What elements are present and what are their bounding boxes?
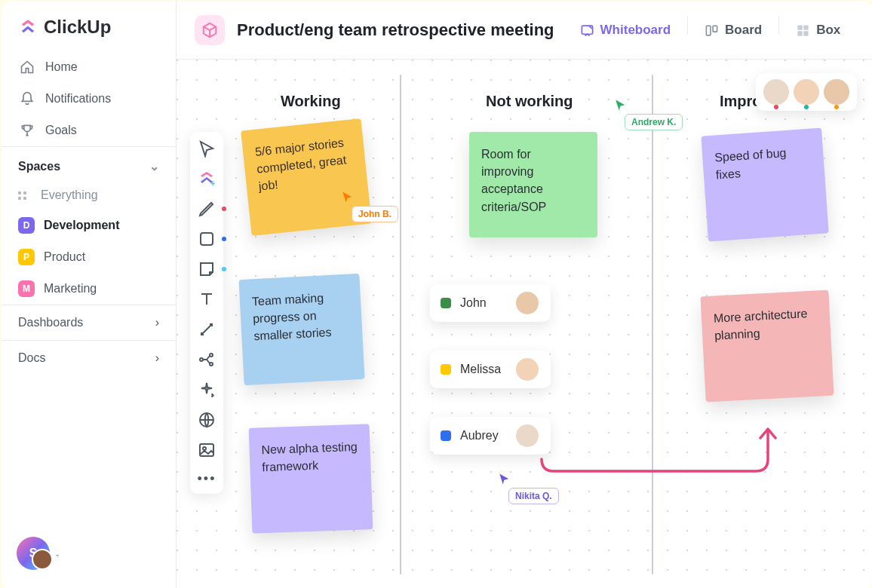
chip-color — [441, 298, 451, 308]
sticky-text: More architecture planning — [714, 307, 808, 342]
svg-point-14 — [203, 447, 206, 450]
chip-color — [441, 430, 451, 441]
svg-point-9 — [200, 358, 203, 361]
svg-rect-2 — [713, 26, 717, 32]
tab-whiteboard-label: Whiteboard — [600, 23, 671, 38]
nav-dashboards[interactable]: Dashboards › — [2, 305, 176, 340]
chevron-down-icon: ⌄ — [149, 159, 159, 173]
home-icon — [20, 60, 35, 75]
divider — [778, 17, 779, 35]
space-label: Development — [44, 219, 119, 232]
cursor-icon — [614, 99, 628, 112]
connector-arrow[interactable] — [537, 421, 778, 489]
tool-ai[interactable] — [198, 381, 216, 399]
svg-rect-6 — [803, 31, 808, 35]
tool-mindmap[interactable] — [198, 351, 216, 369]
tool-more[interactable]: ••• — [198, 471, 216, 486]
sticky-note[interactable]: Speed of bug fixes — [701, 128, 828, 242]
svg-rect-1 — [706, 26, 711, 35]
box-icon — [796, 23, 810, 38]
tool-connector[interactable] — [198, 320, 216, 338]
nav-goals[interactable]: Goals — [2, 115, 176, 146]
sticky-text: Team making progress on smaller stories — [252, 291, 332, 342]
nav-docs-label: Docs — [18, 351, 45, 365]
presence-avatar[interactable] — [824, 79, 849, 105]
tool-text[interactable] — [198, 290, 216, 308]
person-chip[interactable]: Aubrey — [430, 417, 551, 455]
sticky-text: Speed of bug fixes — [714, 146, 787, 182]
presence-bar[interactable] — [756, 73, 857, 111]
presence-avatar[interactable] — [763, 79, 789, 105]
svg-text:+: + — [210, 179, 215, 188]
clickup-logo-icon — [18, 17, 38, 37]
tab-whiteboard[interactable]: Whiteboard — [571, 17, 680, 44]
avatar-icon — [516, 424, 539, 447]
tab-board-label: Board — [725, 23, 762, 38]
tab-board[interactable]: Board — [695, 17, 771, 44]
brand-logo[interactable]: ClickUp — [2, 17, 176, 51]
sticky-note[interactable]: New alpha testing framework — [249, 424, 373, 533]
tab-box-label: Box — [816, 23, 840, 38]
tool-select[interactable] — [198, 139, 216, 158]
person-chip[interactable]: Melissa — [430, 351, 551, 388]
tool-clickup-item[interactable]: + — [198, 170, 216, 188]
tool-pen[interactable] — [198, 200, 216, 218]
tool-image[interactable] — [198, 441, 216, 459]
nav-dashboards-label: Dashboards — [18, 316, 83, 329]
space-product[interactable]: P Product — [2, 241, 176, 273]
sticky-note[interactable]: Room for improving acceptance criteria/S… — [469, 132, 597, 237]
space-badge: P — [18, 249, 35, 265]
tool-web[interactable] — [198, 411, 216, 429]
page-cube-icon — [195, 15, 225, 45]
space-marketing[interactable]: M Marketing — [2, 273, 176, 305]
bell-icon — [20, 91, 35, 106]
sticky-note[interactable]: Team making progress on smaller stories — [238, 274, 364, 385]
svg-rect-5 — [798, 31, 803, 35]
column-header-working: Working — [281, 93, 341, 110]
nav-notifications[interactable]: Notifications — [2, 83, 176, 115]
space-development[interactable]: D Development — [2, 210, 176, 241]
avatar-icon — [516, 358, 539, 381]
column-header-not-working: Not working — [486, 93, 573, 110]
topbar: Product/eng team retrospective meeting W… — [177, 2, 872, 60]
grid-dots-icon — [18, 191, 32, 200]
sticky-text: New alpha testing framework — [261, 440, 358, 474]
space-badge: M — [18, 280, 35, 297]
avatar-photo-icon — [32, 549, 53, 570]
chip-name: Melissa — [460, 363, 507, 376]
space-everything[interactable]: Everything — [2, 181, 176, 210]
chevron-down-icon: ⌄ — [54, 550, 60, 558]
spaces-header[interactable]: Spaces ⌄ — [2, 146, 176, 181]
person-chip[interactable]: John — [430, 284, 551, 322]
cursor-label: Andrew K. — [625, 114, 683, 130]
whiteboard-canvas[interactable]: + ••• Working Not working Improve 5/6 ma… — [177, 60, 872, 588]
user-menu[interactable]: S ⌄ — [2, 525, 176, 582]
nav-notifications-label: Notifications — [45, 92, 111, 106]
svg-point-10 — [210, 354, 213, 357]
user-avatar: S — [17, 537, 50, 570]
space-label: Marketing — [44, 282, 97, 296]
column-divider — [652, 75, 653, 574]
cursor-label: Nikita Q. — [508, 488, 559, 504]
space-badge: D — [18, 217, 35, 234]
tool-sticky[interactable] — [198, 260, 216, 278]
svg-point-11 — [210, 363, 213, 366]
nav-home[interactable]: Home — [2, 51, 176, 83]
remote-cursor-andrew: Andrew K. — [614, 99, 683, 130]
space-everything-label: Everything — [41, 188, 98, 202]
tab-box[interactable]: Box — [787, 17, 849, 44]
svg-rect-4 — [803, 25, 808, 29]
avatar-icon — [516, 292, 539, 314]
sticky-note[interactable]: More architecture planning — [700, 290, 834, 403]
sticky-text: Room for improving acceptance criteria/S… — [481, 148, 546, 213]
spaces-header-label: Spaces — [18, 160, 60, 173]
page-title-box: Product/eng team retrospective meeting — [195, 15, 554, 45]
nav-docs[interactable]: Docs › — [2, 340, 176, 375]
nav-home-label: Home — [45, 60, 78, 74]
tool-shape[interactable] — [198, 230, 216, 248]
presence-avatar[interactable] — [794, 79, 819, 105]
chevron-right-icon: › — [155, 316, 159, 329]
remote-cursor-john: John B. — [341, 191, 398, 222]
space-label: Product — [44, 250, 85, 264]
cursor-icon — [498, 473, 511, 486]
